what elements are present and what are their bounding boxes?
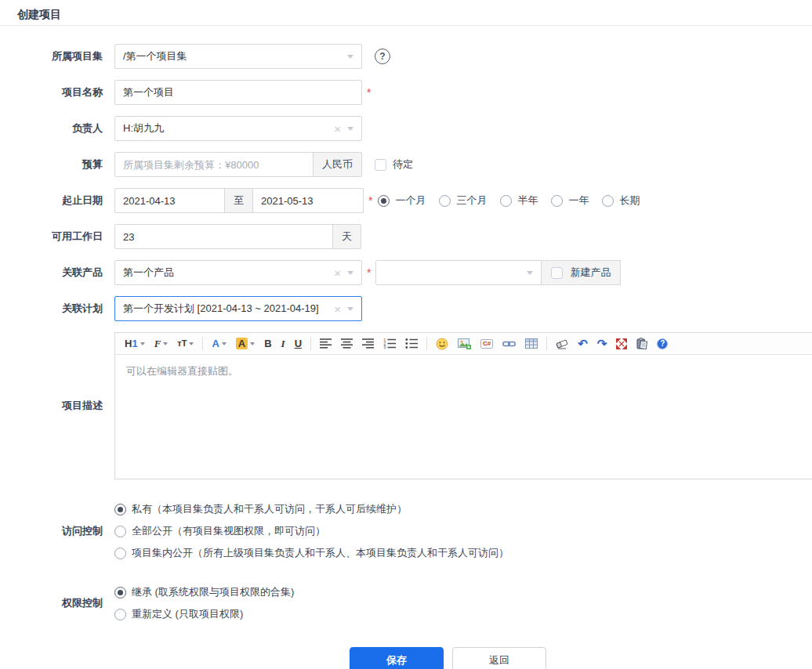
chevron-down-icon — [347, 271, 353, 275]
paste-icon[interactable] — [633, 335, 651, 353]
checkbox-icon — [551, 267, 563, 279]
dates-group: 至 — [114, 188, 364, 213]
unordered-list-icon[interactable] — [402, 335, 421, 353]
code-icon[interactable]: C# — [477, 335, 496, 353]
chevron-down-icon — [347, 127, 353, 131]
name-input[interactable] — [114, 80, 362, 105]
align-right-icon[interactable] — [359, 335, 377, 353]
bold-icon[interactable]: B — [261, 335, 274, 353]
period-option-3months[interactable]: 三个月 — [439, 193, 487, 208]
program-select[interactable]: /第一个项目集 — [114, 44, 362, 69]
editor-help-icon[interactable]: ? — [654, 335, 671, 353]
chevron-down-icon — [347, 307, 353, 311]
hilitecolor-glyph: A — [236, 338, 248, 349]
period-option-halfyear[interactable]: 半年 — [500, 193, 538, 208]
plan-label: 关联计划 — [0, 302, 103, 316]
plan-select[interactable]: 第一个开发计划 [2021-04-13 ~ 2021-04-19] × — [114, 296, 362, 321]
owner-select[interactable]: H:胡九九 × — [114, 116, 362, 141]
emoji-icon[interactable] — [433, 335, 451, 353]
help-glyph: ? — [657, 338, 668, 349]
remove-format-icon[interactable] — [553, 335, 571, 353]
acl-option-private[interactable]: 私有（本项目集负责人和干系人可访问，干系人可后续维护） — [114, 498, 509, 520]
fontname-glyph: F — [154, 338, 161, 349]
chevron-down-icon — [527, 271, 533, 275]
description-editor-area[interactable]: 可以在编辑器直接贴图。 — [115, 355, 812, 479]
font-color-icon[interactable]: A — [208, 335, 229, 353]
budget-label: 预算 — [0, 157, 103, 172]
fullscreen-icon[interactable] — [613, 335, 630, 353]
acl-option-open[interactable]: 全部公开（有项目集视图权限，即可访问） — [114, 520, 509, 542]
save-button[interactable]: 保存 — [350, 647, 444, 669]
period-option-1month[interactable]: 一个月 — [378, 193, 426, 208]
acl-option-label: 私有（本项目集负责人和干系人可访问，干系人可后续维护） — [132, 502, 407, 516]
branch-group: 新建产品 — [375, 260, 621, 285]
product-select-value: 第一个产品 — [123, 266, 328, 280]
name-control: * — [114, 80, 371, 105]
budget-tbd-checkbox[interactable]: 待定 — [375, 157, 413, 172]
chevron-down-icon — [347, 55, 353, 59]
toolbar-separator — [202, 337, 203, 350]
underline-glyph: U — [295, 338, 302, 349]
period-option-longterm[interactable]: 长期 — [602, 193, 640, 208]
insert-image-icon[interactable] — [455, 335, 474, 353]
clear-icon[interactable]: × — [334, 303, 341, 315]
font-size-icon[interactable]: тT — [174, 335, 197, 353]
row-name: 项目名称 * — [0, 80, 812, 105]
begin-date-input[interactable] — [114, 188, 225, 213]
period-label: 一个月 — [395, 193, 426, 208]
font-family-icon[interactable]: F — [151, 335, 172, 353]
undo-icon[interactable]: ↶ — [575, 335, 591, 353]
chevron-down-icon — [222, 342, 227, 345]
product-select[interactable]: 第一个产品 × — [114, 260, 362, 285]
budget-tbd-label: 待定 — [393, 157, 413, 172]
date-separator-addon: 至 — [224, 188, 253, 213]
new-product-label: 新建产品 — [570, 266, 611, 280]
clear-icon[interactable]: × — [334, 123, 341, 135]
radio-icon — [439, 195, 451, 207]
table-icon[interactable] — [522, 335, 541, 353]
align-center-icon[interactable] — [338, 335, 356, 353]
heading-icon[interactable]: H1 — [121, 335, 148, 353]
radio-icon — [602, 195, 614, 207]
form-actions: 保存 返回 — [350, 647, 812, 669]
align-left-icon[interactable] — [317, 335, 335, 353]
row-budget: 预算 人民币 待定 — [0, 152, 812, 177]
radio-checked-icon — [114, 587, 126, 598]
undo-glyph: ↶ — [578, 338, 588, 349]
auth-option-reset[interactable]: 重新定义 (只取项目权限) — [114, 603, 294, 625]
workdays-group: 天 — [114, 224, 361, 249]
period-option-1year[interactable]: 一年 — [551, 193, 589, 208]
required-asterisk: * — [367, 267, 371, 278]
highlight-color-icon[interactable]: A — [233, 335, 258, 353]
link-icon[interactable] — [499, 335, 519, 353]
svg-text:3: 3 — [384, 345, 386, 349]
editor-toolbar: H1 F тT A A — [115, 333, 812, 355]
period-label: 三个月 — [456, 193, 487, 208]
radio-checked-icon — [114, 504, 126, 515]
italic-icon[interactable]: I — [278, 335, 288, 353]
branch-select[interactable] — [375, 260, 542, 285]
radio-icon — [114, 609, 126, 620]
redo-glyph: ↷ — [597, 338, 607, 349]
chevron-down-icon — [140, 342, 145, 345]
ordered-list-icon[interactable]: 123 — [380, 335, 399, 353]
product-label: 关联产品 — [0, 266, 103, 280]
checkbox-icon — [375, 159, 386, 171]
back-button[interactable]: 返回 — [452, 647, 546, 669]
underline-icon[interactable]: U — [292, 335, 305, 353]
editor-placeholder: 可以在编辑器直接贴图。 — [126, 364, 801, 378]
end-date-input[interactable] — [252, 188, 364, 213]
help-icon[interactable]: ? — [375, 49, 390, 64]
workdays-input[interactable] — [114, 224, 333, 249]
budget-input[interactable] — [114, 152, 314, 177]
acl-option-label: 项目集内公开（所有上级项目集负责人和干系人、本项目集负责人和干系人可访问） — [132, 546, 509, 560]
plan-control: 第一个开发计划 [2021-04-13 ~ 2021-04-19] × — [114, 296, 362, 321]
description-label: 项目描述 — [0, 399, 103, 413]
new-product-checkbox[interactable]: 新建产品 — [541, 260, 621, 285]
clear-icon[interactable]: × — [334, 267, 341, 279]
owner-label: 负责人 — [0, 121, 103, 136]
redo-icon[interactable]: ↷ — [594, 335, 611, 353]
owner-select-value: H:胡九九 — [123, 121, 328, 136]
auth-option-extend[interactable]: 继承 (取系统权限与项目权限的合集) — [114, 581, 294, 603]
acl-option-program[interactable]: 项目集内公开（所有上级项目集负责人和干系人、本项目集负责人和干系人可访问） — [114, 542, 509, 564]
